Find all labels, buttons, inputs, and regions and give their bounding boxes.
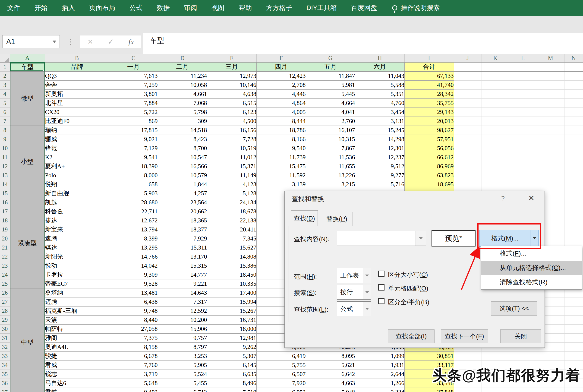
empty-cell[interactable] xyxy=(564,234,583,243)
help-icon[interactable]: ? xyxy=(496,194,510,202)
month-value-cell[interactable]: 15,315 xyxy=(158,261,207,270)
month-value-cell[interactable]: 10,519 xyxy=(207,144,256,153)
brand-cell[interactable]: K2 xyxy=(45,153,109,162)
month-value-cell[interactable]: 3,253 xyxy=(158,352,207,360)
row-header[interactable]: 4 xyxy=(0,90,10,98)
month-value-cell[interactable]: 12,973 xyxy=(207,71,256,80)
month-value-cell[interactable]: 1,266 xyxy=(355,378,404,388)
month-value-cell[interactable]: 12,592 xyxy=(158,306,207,315)
month-value-cell[interactable]: 15,475 xyxy=(256,162,306,171)
empty-cell[interactable] xyxy=(564,90,583,98)
ribbon-tab[interactable]: 方方格子 xyxy=(259,4,299,12)
month-value-cell[interactable]: 18,390 xyxy=(109,162,158,171)
row-header[interactable]: 30 xyxy=(0,324,10,334)
empty-cell[interactable] xyxy=(537,153,564,162)
month-value-cell[interactable]: 10,058 xyxy=(158,80,207,90)
empty-cell[interactable] xyxy=(564,388,583,392)
month-value-cell[interactable]: 12,301 xyxy=(355,144,404,153)
empty-cell[interactable] xyxy=(509,171,537,180)
month-value-cell[interactable]: 5,588 xyxy=(355,80,404,90)
name-box-value[interactable]: A1 xyxy=(2,38,49,46)
month-value-cell[interactable]: 8,423 xyxy=(158,134,207,144)
month-value-cell[interactable]: 5,307 xyxy=(207,352,256,360)
month-value-cell[interactable]: 6,635 xyxy=(207,370,256,378)
brand-cell[interactable]: 科鲁兹 xyxy=(45,207,109,216)
month-value-cell[interactable]: 8,797 xyxy=(158,342,207,352)
empty-cell[interactable] xyxy=(482,144,509,153)
month-value-cell[interactable]: 4,661 xyxy=(158,90,207,98)
empty-cell[interactable] xyxy=(482,388,509,392)
tab-replace[interactable]: 替换(P) xyxy=(321,212,353,226)
empty-cell[interactable] xyxy=(454,153,482,162)
empty-cell[interactable] xyxy=(454,352,482,360)
month-value-cell[interactable]: 15,386 xyxy=(207,261,256,270)
row-header[interactable]: 10 xyxy=(0,144,10,153)
column-header-D[interactable]: D xyxy=(158,54,207,62)
month-value-cell[interactable]: 2,708 xyxy=(256,80,306,90)
column-header-N[interactable]: N xyxy=(564,54,583,62)
row-header[interactable]: 21 xyxy=(0,243,10,252)
empty-cell[interactable] xyxy=(454,108,482,116)
month-value-cell[interactable]: 11,592 xyxy=(256,171,306,180)
total-value-cell[interactable]: 98,627 xyxy=(404,126,454,134)
month-value-cell[interactable]: 3,719 xyxy=(109,370,158,378)
month-value-cell[interactable]: 4,123 xyxy=(207,180,256,189)
empty-cell[interactable] xyxy=(454,80,482,90)
empty-cell[interactable] xyxy=(564,80,583,90)
row-header[interactable]: 29 xyxy=(0,315,10,324)
month-value-cell[interactable]: 18,000 xyxy=(207,324,256,334)
month-value-cell[interactable]: 8,496 xyxy=(207,378,256,388)
brand-cell[interactable]: 速腾 xyxy=(45,234,109,243)
month-value-cell[interactable]: 1,844 xyxy=(158,180,207,189)
brand-cell[interactable]: QQ3 xyxy=(45,71,109,80)
month-value-cell[interactable]: 7,613 xyxy=(109,71,158,80)
month-value-cell[interactable]: 10,579 xyxy=(158,171,207,180)
month-value-cell[interactable]: 6,678 xyxy=(109,352,158,360)
empty-cell[interactable] xyxy=(564,62,583,71)
column-header-L[interactable]: L xyxy=(509,54,537,62)
column-header-B[interactable]: B xyxy=(45,54,109,62)
ribbon-tab[interactable]: 插入 xyxy=(55,4,82,12)
month-value-cell[interactable]: 7,317 xyxy=(158,297,207,306)
row-header[interactable]: 13 xyxy=(0,171,10,180)
month-value-cell[interactable]: 4,864 xyxy=(256,98,306,108)
month-value-cell[interactable]: 4,760 xyxy=(355,98,404,108)
empty-cell[interactable] xyxy=(482,62,509,71)
empty-cell[interactable] xyxy=(564,207,583,216)
total-value-cell[interactable]: 37,848 xyxy=(404,388,454,392)
month-value-cell[interactable]: 6,419 xyxy=(256,352,306,360)
month-value-cell[interactable]: 9,748 xyxy=(109,306,158,315)
empty-cell[interactable] xyxy=(482,126,509,134)
brand-cell[interactable]: 马自达6 xyxy=(45,378,109,388)
month-value-cell[interactable]: 11,655 xyxy=(306,162,355,171)
brand-cell[interactable]: CX20 xyxy=(45,108,109,116)
column-header-G[interactable]: G xyxy=(306,54,355,62)
month-value-cell[interactable]: 7,920 xyxy=(256,378,306,388)
empty-cell[interactable] xyxy=(537,388,564,392)
month-value-cell[interactable]: 10,315 xyxy=(306,134,355,144)
month-value-cell[interactable]: 1,931 xyxy=(355,360,404,370)
formula-input[interactable]: 车型 xyxy=(143,33,583,54)
month-value-cell[interactable]: 7,375 xyxy=(109,334,158,342)
month-value-cell[interactable]: 3,215 xyxy=(306,180,355,189)
month-value-cell[interactable]: 7,068 xyxy=(158,98,207,108)
month-value-cell[interactable]: 9,402 xyxy=(109,388,158,392)
empty-cell[interactable] xyxy=(454,116,482,126)
row-header[interactable]: 23 xyxy=(0,261,10,270)
close-button[interactable]: 关闭 xyxy=(500,330,541,343)
month-value-cell[interactable]: 2,224 xyxy=(355,388,404,392)
row-header[interactable]: 20 xyxy=(0,234,10,243)
month-value-cell[interactable]: 15,994 xyxy=(207,297,256,306)
insert-function-icon[interactable]: fx xyxy=(128,38,134,46)
month-value-cell[interactable]: 8,095 xyxy=(306,352,355,360)
cell-a1-selected[interactable]: 车型 xyxy=(10,62,45,71)
month-value-cell[interactable]: 8,444 xyxy=(256,116,306,126)
month-value-cell[interactable]: 4,446 xyxy=(256,90,306,98)
empty-cell[interactable] xyxy=(482,180,509,189)
row-header[interactable]: 25 xyxy=(0,279,10,288)
empty-cell[interactable] xyxy=(509,126,537,134)
tell-me-search[interactable]: 操作说明搜索 xyxy=(384,4,443,12)
confirm-entry-icon[interactable]: ✓ xyxy=(108,37,114,46)
total-value-cell[interactable]: 18,695 xyxy=(404,180,454,189)
month-value-cell[interactable]: 13,170 xyxy=(158,252,207,261)
